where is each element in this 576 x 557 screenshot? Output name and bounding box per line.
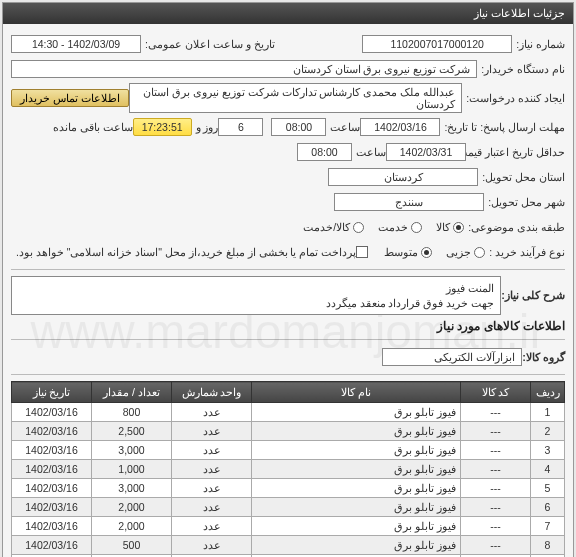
ann-date-field: 1402/03/09 - 14:30 <box>11 35 141 53</box>
buy-med-radio[interactable]: متوسط <box>384 246 432 258</box>
cell-n: 4 <box>531 460 565 479</box>
topic-service-radio[interactable]: خدمت <box>378 221 422 233</box>
group-field: ابزارآلات الکتریکی <box>382 348 522 366</box>
panel-title: جزئیات اطلاعات نیاز <box>3 3 573 24</box>
cell-name: فیوز تابلو برق <box>252 498 461 517</box>
row-buyer: نام دستگاه خریدار: شرکت توزیع نیروی برق … <box>11 58 565 80</box>
province-field: کردستان <box>328 168 478 186</box>
cell-n: 7 <box>531 517 565 536</box>
row-price-valid: حداقل تاریخ اعتبار قیمت تا تاریخ: 1402/0… <box>11 141 565 163</box>
topic-service-label: خدمت <box>378 221 408 233</box>
city-field: سنندج <box>334 193 484 211</box>
contact-button[interactable]: اطلاعات تماس خریدار <box>11 89 129 107</box>
cell-qty: 3,000 <box>92 441 172 460</box>
row-topic: طبقه بندی موضوعی: کالا خدمت کالا/خدمت <box>11 216 565 238</box>
table-row: 3---فیوز تابلو برقعدد3,0001402/03/16 <box>12 441 565 460</box>
cell-qty: 2,500 <box>92 422 172 441</box>
price-valid-time-field: 08:00 <box>297 143 352 161</box>
cell-date: 1402/03/16 <box>12 536 92 555</box>
cell-unit: عدد <box>172 517 252 536</box>
need-no-label: شماره نیاز: <box>516 38 565 50</box>
desc-label: شرح کلی نیاز: <box>501 289 565 302</box>
cell-qty: 2,000 <box>92 517 172 536</box>
topic-radio-group: کالا خدمت کالا/خدمت <box>303 221 464 233</box>
cell-unit: عدد <box>172 498 252 517</box>
th-date: تاریخ نیاز <box>12 382 92 403</box>
cell-qty: 800 <box>92 403 172 422</box>
topic-both-radio[interactable]: کالا/خدمت <box>303 221 364 233</box>
goods-table: ردیف کد کالا نام کالا واحد شمارش تعداد /… <box>11 381 565 557</box>
radio-icon <box>453 222 464 233</box>
cell-name: فیوز تابلو برق <box>252 422 461 441</box>
cell-name: فیوز تابلو برق <box>252 460 461 479</box>
price-valid-label: حداقل تاریخ اعتبار قیمت تا تاریخ: <box>470 146 565 158</box>
buy-small-radio[interactable]: جزیی <box>446 246 485 258</box>
goods-section-title: اطلاعات کالاهای مورد نیاز <box>11 319 565 333</box>
form-area: www.mardomanjoman.ir شماره نیاز: 1102007… <box>3 24 573 557</box>
th-code: کد کالا <box>461 382 531 403</box>
cell-name: فیوز تابلو برق <box>252 536 461 555</box>
divider <box>11 269 565 270</box>
province-label: استان محل تحویل: <box>482 171 565 183</box>
cell-n: 5 <box>531 479 565 498</box>
table-row: 8---فیوز تابلو برقعدد5001402/03/16 <box>12 536 565 555</box>
buy-small-label: جزیی <box>446 246 471 258</box>
cell-unit: عدد <box>172 536 252 555</box>
cell-n: 6 <box>531 498 565 517</box>
need-no-field: 1102007017000120 <box>362 35 512 53</box>
row-deadline: مهلت ارسال پاسخ: تا تاریخ: 1402/03/16 سا… <box>11 116 565 138</box>
table-row: 4---فیوز تابلو برقعدد1,0001402/03/16 <box>12 460 565 479</box>
cell-n: 2 <box>531 422 565 441</box>
desc-text: المنت فیوز جهت خرید فوق قرارداد منعقد می… <box>11 276 501 315</box>
divider <box>11 339 565 340</box>
radio-icon <box>411 222 422 233</box>
row-desc: شرح کلی نیاز: المنت فیوز جهت خرید فوق قر… <box>11 276 565 315</box>
cell-code: --- <box>461 422 531 441</box>
price-valid-time-label: ساعت <box>356 146 386 158</box>
city-label: شهر محل تحویل: <box>488 196 565 208</box>
cell-name: فیوز تابلو برق <box>252 403 461 422</box>
cell-n: 3 <box>531 441 565 460</box>
main-panel: جزئیات اطلاعات نیاز www.mardomanjoman.ir… <box>2 2 574 557</box>
countdown-label: ساعت باقی مانده <box>53 121 133 133</box>
cell-code: --- <box>461 441 531 460</box>
buy-med-label: متوسط <box>384 246 418 258</box>
cell-code: --- <box>461 479 531 498</box>
cell-code: --- <box>461 517 531 536</box>
row-city: شهر محل تحویل: سنندج <box>11 191 565 213</box>
topic-label: طبقه بندی موضوعی: <box>468 221 565 233</box>
radio-icon <box>353 222 364 233</box>
cell-unit: عدد <box>172 441 252 460</box>
table-row: 2---فیوز تابلو برقعدد2,5001402/03/16 <box>12 422 565 441</box>
cell-date: 1402/03/16 <box>12 422 92 441</box>
cell-date: 1402/03/16 <box>12 517 92 536</box>
cell-qty: 500 <box>92 536 172 555</box>
topic-goods-radio[interactable]: کالا <box>436 221 464 233</box>
desc-line2: جهت خرید فوق قرارداد منعقد میگردد <box>18 296 494 311</box>
cell-unit: عدد <box>172 403 252 422</box>
cell-n: 8 <box>531 536 565 555</box>
creator-label: ایجاد کننده درخواست: <box>466 92 565 104</box>
cell-unit: عدد <box>172 460 252 479</box>
radio-icon <box>474 247 485 258</box>
deadline-date-field: 1402/03/16 <box>360 118 440 136</box>
table-row: 7---فیوز تابلو برقعدد2,0001402/03/16 <box>12 517 565 536</box>
creator-field: عبدالله ملک محمدی کارشناس تدارکات شرکت ت… <box>129 83 462 113</box>
cell-name: فیوز تابلو برق <box>252 441 461 460</box>
deadline-time-field: 08:00 <box>271 118 326 136</box>
treasury-checkbox[interactable] <box>356 246 368 258</box>
price-valid-date-field: 1402/03/31 <box>386 143 466 161</box>
cell-code: --- <box>461 460 531 479</box>
table-row: 5---فیوز تابلو برقعدد3,0001402/03/16 <box>12 479 565 498</box>
treasury-check-label: پرداخت تمام یا بخشی از مبلغ خرید،از محل … <box>16 246 356 258</box>
cell-n: 1 <box>531 403 565 422</box>
row-buy-type: نوع فرآیند خرید : جزیی متوسط پرداخت تمام… <box>11 241 565 263</box>
th-qty: تعداد / مقدار <box>92 382 172 403</box>
row-creator: ایجاد کننده درخواست: عبدالله ملک محمدی ک… <box>11 83 565 113</box>
table-row: 1---فیوز تابلو برقعدد8001402/03/16 <box>12 403 565 422</box>
buy-type-radio-group: جزیی متوسط <box>384 246 485 258</box>
cell-name: فیوز تابلو برق <box>252 517 461 536</box>
desc-line1: المنت فیوز <box>18 281 494 296</box>
table-row: 6---فیوز تابلو برقعدد2,0001402/03/16 <box>12 498 565 517</box>
row-province: استان محل تحویل: کردستان <box>11 166 565 188</box>
